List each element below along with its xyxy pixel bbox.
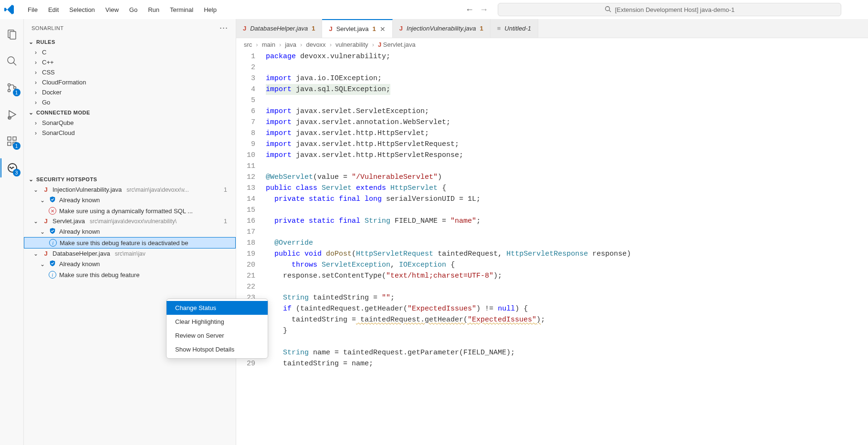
- chevron-right-icon: ›: [32, 120, 39, 126]
- code-editor[interactable]: 1234567891011121314151617181920212223242…: [236, 51, 868, 445]
- run-debug-icon[interactable]: [0, 105, 23, 124]
- connected-section-header[interactable]: ⌄ CONNECTED MODE: [24, 107, 236, 118]
- sidebar-title: SONARLINT: [31, 25, 63, 31]
- hotspot-issue[interactable]: ✕Make sure using a dynamically formatted…: [24, 206, 236, 216]
- hotspot-status[interactable]: ⌄Already known: [24, 259, 236, 269]
- breadcrumb-item[interactable]: vulnerability: [335, 41, 368, 48]
- sidebar: SONARLINT ··· ⌄ RULES ›C›C++›CSS›CloudFo…: [24, 19, 236, 445]
- menu-go[interactable]: Go: [125, 4, 142, 15]
- svg-rect-3: [10, 31, 16, 39]
- explorer-icon[interactable]: [0, 25, 23, 44]
- chevron-right-icon: ›: [279, 41, 281, 48]
- chevron-right-icon: ›: [32, 99, 39, 106]
- context-menu-item[interactable]: Review on Server: [167, 329, 268, 342]
- extensions-icon[interactable]: 1: [0, 132, 23, 151]
- chevron-right-icon: ›: [32, 59, 39, 66]
- search-text: [Extension Development Host] java-demo-1: [615, 6, 735, 13]
- menu-help[interactable]: Help: [199, 4, 221, 15]
- chevron-right-icon: ›: [32, 69, 39, 76]
- chevron-right-icon: ›: [32, 89, 39, 96]
- hotspot-file[interactable]: ⌄JDatabaseHelper.javasrc\main\jav: [24, 248, 236, 259]
- dirty-indicator: 1: [480, 25, 483, 32]
- hotspot-issue[interactable]: iMake sure this debug feature is deactiv…: [24, 237, 236, 248]
- breadcrumb-item[interactable]: J Servlet.java: [378, 41, 416, 48]
- menu-run[interactable]: Run: [143, 4, 164, 15]
- source-control-icon[interactable]: 1: [0, 78, 23, 97]
- svg-point-7: [8, 90, 10, 92]
- nav-back-icon[interactable]: ←: [465, 5, 474, 15]
- editor-tab[interactable]: JDatabaseHelper.java1: [236, 19, 322, 38]
- close-icon[interactable]: ✕: [380, 25, 386, 33]
- breadcrumb-item[interactable]: src: [244, 41, 252, 48]
- vscode-logo-icon: [4, 4, 15, 15]
- menu-view[interactable]: View: [101, 4, 124, 15]
- editor-tab[interactable]: JServlet.java1✕: [322, 19, 392, 38]
- svg-point-4: [8, 57, 14, 63]
- breadcrumb-item[interactable]: main: [262, 41, 275, 48]
- connected-list: ›SonarQube›SonarCloud: [24, 118, 236, 138]
- java-icon: J: [243, 25, 246, 32]
- rule-item[interactable]: ›C++: [24, 57, 236, 67]
- menu-terminal[interactable]: Terminal: [165, 4, 198, 15]
- rule-item[interactable]: ›Go: [24, 97, 236, 107]
- hotspots-list: ⌄JInjectionVulnerability.javasrc\main\ja…: [24, 185, 236, 280]
- svg-rect-14: [13, 137, 16, 140]
- rule-item[interactable]: ›Docker: [24, 87, 236, 97]
- file-icon: ≡: [497, 25, 501, 32]
- hotspot-status[interactable]: ⌄Already known: [24, 226, 236, 237]
- hotspot-issue[interactable]: iMake sure this debug feature: [24, 269, 236, 280]
- java-icon: J: [42, 217, 50, 225]
- chevron-down-icon: ⌄: [32, 218, 39, 225]
- menu-bar: FileEditSelectionViewGoRunTerminalHelp ←…: [0, 0, 868, 19]
- dirty-indicator: 1: [312, 25, 315, 32]
- menu-file[interactable]: File: [23, 4, 42, 15]
- rules-title: RULES: [36, 39, 55, 45]
- rule-item[interactable]: ›C: [24, 47, 236, 57]
- hotspot-status[interactable]: ⌄Already known: [24, 195, 236, 206]
- hotspot-file[interactable]: ⌄JServlet.javasrc\main\java\devoxx\vulne…: [24, 216, 236, 226]
- editor-tab[interactable]: JInjectionVulnerability.java1: [393, 19, 491, 38]
- hotspots-section-header[interactable]: ⌄ SECURITY HOTSPOTS: [24, 174, 236, 185]
- svg-line-1: [609, 10, 611, 12]
- rule-item[interactable]: ›CloudFormation: [24, 77, 236, 87]
- chevron-right-icon: ›: [256, 41, 258, 48]
- chevron-right-icon: ›: [372, 41, 374, 48]
- search-icon[interactable]: [0, 52, 23, 71]
- java-icon: J: [329, 25, 332, 32]
- nav-forward-icon[interactable]: →: [480, 5, 488, 15]
- nav-arrows: ← →: [458, 5, 496, 15]
- activity-bar: 1 1 3: [0, 19, 24, 445]
- breadcrumb-item[interactable]: java: [285, 41, 296, 48]
- chevron-down-icon: ⌄: [28, 39, 34, 45]
- chevron-down-icon: ⌄: [32, 186, 39, 193]
- chevron-down-icon: ⌄: [28, 176, 34, 183]
- sonarlint-icon[interactable]: 3: [0, 158, 23, 177]
- editor-tab[interactable]: ≡Untitled-1: [491, 19, 538, 38]
- rules-section-header[interactable]: ⌄ RULES: [24, 37, 236, 47]
- java-icon: J: [42, 186, 50, 193]
- connected-title: CONNECTED MODE: [36, 110, 90, 115]
- svg-point-6: [8, 84, 10, 86]
- connected-item[interactable]: ›SonarQube: [24, 118, 236, 128]
- connected-item[interactable]: ›SonarCloud: [24, 128, 236, 138]
- context-menu-item[interactable]: Show Hotspot Details: [167, 342, 268, 356]
- error-icon: ✕: [49, 207, 56, 215]
- breadcrumb-item[interactable]: devoxx: [306, 41, 325, 48]
- rule-item[interactable]: ›CSS: [24, 67, 236, 77]
- svg-rect-11: [8, 137, 11, 140]
- more-actions-icon[interactable]: ···: [220, 23, 228, 33]
- chevron-right-icon: ›: [330, 41, 332, 48]
- sidebar-header: SONARLINT ···: [24, 19, 236, 37]
- menu-edit[interactable]: Edit: [43, 4, 63, 15]
- command-center[interactable]: [Extension Development Host] java-demo-1: [498, 3, 841, 16]
- java-icon: J: [399, 25, 403, 32]
- breadcrumb[interactable]: src›main›java›devoxx›vulnerability›J Ser…: [236, 38, 868, 51]
- hotspot-file[interactable]: ⌄JInjectionVulnerability.javasrc\main\ja…: [24, 185, 236, 195]
- svg-marker-9: [9, 111, 16, 118]
- context-menu-item[interactable]: Change Status: [167, 301, 268, 315]
- menu-selection[interactable]: Selection: [64, 4, 99, 15]
- code-content[interactable]: package devoxx.vulnerability; import jav…: [264, 51, 868, 445]
- chevron-down-icon: ⌄: [39, 228, 46, 235]
- context-menu-item[interactable]: Clear Highlighting: [167, 315, 268, 329]
- chevron-down-icon: ⌄: [39, 261, 46, 268]
